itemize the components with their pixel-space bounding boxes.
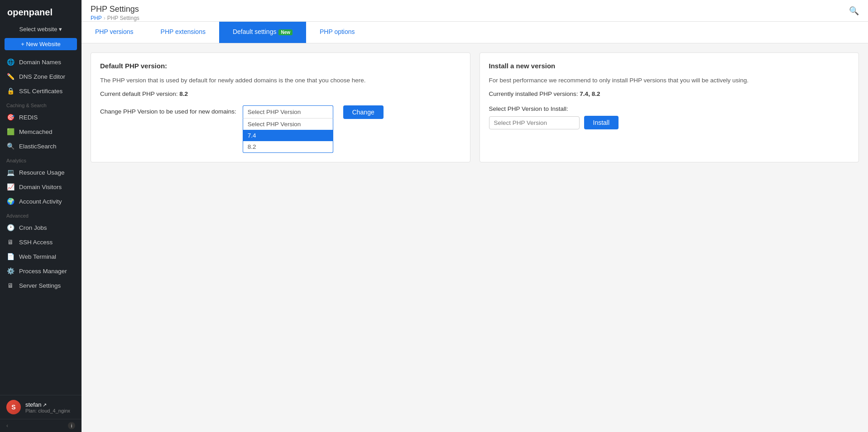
sidebar-item-label: SSH Access xyxy=(19,239,53,246)
collapse-arrow-icon: ‹ xyxy=(6,423,8,429)
edit-icon: ✏️ xyxy=(6,73,14,80)
main-content: PHP Settings PHP › PHP Settings 🔍 PHP ve… xyxy=(82,0,868,432)
sidebar-item-web-terminal[interactable]: 📄 Web Terminal xyxy=(0,249,82,264)
sidebar-collapse-bar[interactable]: ‹ i xyxy=(0,419,82,432)
tab-php-options[interactable]: PHP options xyxy=(306,22,369,43)
lock-icon: 🔒 xyxy=(6,87,14,95)
sidebar-item-label: Resource Usage xyxy=(19,169,65,176)
sidebar-item-label: Domain Names xyxy=(19,59,61,66)
page-title: PHP Settings xyxy=(91,5,139,14)
avatar: S xyxy=(6,400,21,414)
php-version-dropdown: Select PHP Version 7.4 8.2 xyxy=(243,118,333,153)
globe-icon: 🌐 xyxy=(6,58,14,66)
sidebar-item-label: Cron Jobs xyxy=(19,224,47,231)
default-php-title: Default PHP version: xyxy=(100,62,461,70)
topbar-search-area: 🔍 xyxy=(849,6,859,21)
sidebar-item-label: Server Settings xyxy=(19,282,61,289)
memcached-icon: 🟩 xyxy=(6,128,14,135)
sidebar-item-label: Memcached xyxy=(19,128,53,135)
sidebar-item-account-activity[interactable]: 🌍 Account Activity xyxy=(0,194,82,209)
content-area: Default PHP version: The PHP version tha… xyxy=(82,43,868,432)
topbar-left: PHP Settings PHP › PHP Settings xyxy=(91,5,139,21)
php-version-select-box[interactable]: Select PHP Version xyxy=(243,105,333,118)
search-icon[interactable]: 🔍 xyxy=(849,6,859,15)
select-website-dropdown[interactable]: Select website ▾ xyxy=(0,23,82,35)
sidebar-item-redis[interactable]: 🎯 REDIS xyxy=(0,110,82,124)
activity-icon: 🌍 xyxy=(6,198,14,205)
sidebar-item-label: Web Terminal xyxy=(19,253,56,260)
sidebar-footer: S stefan ↗ Plan: cloud_4_nginx xyxy=(0,395,82,419)
section-label-caching: Caching & Search xyxy=(0,98,82,110)
new-website-button[interactable]: + New Website xyxy=(5,38,77,50)
visitors-icon: 📈 xyxy=(6,183,14,190)
sidebar-item-label: SSL Certificates xyxy=(19,88,62,95)
select-option-placeholder[interactable]: Select PHP Version xyxy=(243,119,333,130)
sidebar-item-label: Account Activity xyxy=(19,198,62,205)
resource-icon: 💻 xyxy=(6,169,14,176)
new-badge: New xyxy=(278,29,293,35)
select-option-74[interactable]: 7.4 xyxy=(243,130,333,141)
sidebar-item-label: REDIS xyxy=(19,114,38,121)
process-icon: ⚙️ xyxy=(6,267,14,275)
sidebar-item-label: Process Manager xyxy=(19,268,67,275)
sidebar-item-resource-usage[interactable]: 💻 Resource Usage xyxy=(0,165,82,180)
terminal-icon: 📄 xyxy=(6,253,14,260)
footer-plan: Plan: cloud_4_nginx xyxy=(25,408,75,413)
change-controls: Select PHP Version Select PHP Version 7.… xyxy=(243,105,384,153)
sidebar-item-process-manager[interactable]: ⚙️ Process Manager xyxy=(0,264,82,278)
install-button[interactable]: Install xyxy=(584,116,619,129)
select-website-label: Select website xyxy=(19,26,58,33)
change-version-area: Change PHP Version to be used for new do… xyxy=(100,105,461,153)
sidebar-item-elasticsearch[interactable]: 🔍 ElasticSearch xyxy=(0,139,82,153)
installed-versions-row: Currently installed PHP versions: 7.4, 8… xyxy=(489,90,850,97)
ssh-icon: 🖥 xyxy=(6,238,14,246)
current-version-label: Current default PHP version: xyxy=(100,90,178,97)
change-button[interactable]: Change xyxy=(343,105,384,119)
install-row: Install xyxy=(489,116,850,129)
breadcrumb-php-link[interactable]: PHP xyxy=(91,15,102,21)
footer-username: stefan ↗ xyxy=(25,401,75,408)
default-php-panel: Default PHP version: The PHP version tha… xyxy=(91,52,470,162)
select-option-82[interactable]: 8.2 xyxy=(243,141,333,152)
footer-info: stefan ↗ Plan: cloud_4_nginx xyxy=(25,401,75,413)
install-php-description: For best performance we recommend to onl… xyxy=(489,76,850,85)
sidebar-item-domain-visitors[interactable]: 📈 Domain Visitors xyxy=(0,180,82,194)
change-version-label: Change PHP Version to be used for new do… xyxy=(100,105,236,115)
tab-default-settings[interactable]: Default settingsNew xyxy=(219,22,306,43)
sidebar-item-cron-jobs[interactable]: 🕐 Cron Jobs xyxy=(0,220,82,235)
install-select-label: Select PHP Version to Install: xyxy=(489,105,850,112)
sidebar-item-domain-names[interactable]: 🌐 Domain Names xyxy=(0,55,82,69)
install-php-version-input[interactable] xyxy=(489,116,580,129)
sidebar-item-ssl-certificates[interactable]: 🔒 SSL Certificates xyxy=(0,84,82,98)
sidebar-logo: openpanel xyxy=(0,0,82,23)
sidebar: openpanel Select website ▾ + New Website… xyxy=(0,0,82,432)
topbar: PHP Settings PHP › PHP Settings 🔍 xyxy=(82,0,868,22)
sidebar-item-label: Domain Visitors xyxy=(19,184,62,190)
redis-icon: 🎯 xyxy=(6,114,14,121)
install-php-panel: Install a new version For best performan… xyxy=(480,52,859,162)
content-panels: Default PHP version: The PHP version tha… xyxy=(82,43,868,171)
elasticsearch-icon: 🔍 xyxy=(6,142,14,150)
chevron-down-icon: ▾ xyxy=(59,26,62,33)
tab-php-extensions[interactable]: PHP extensions xyxy=(147,22,219,43)
tab-php-versions[interactable]: PHP versions xyxy=(82,22,147,43)
default-php-description: The PHP version that is used by default … xyxy=(100,76,461,85)
current-version-value: 8.2 xyxy=(179,90,188,97)
sidebar-item-memcached[interactable]: 🟩 Memcached xyxy=(0,124,82,139)
server-icon: 🖥 xyxy=(6,282,14,289)
info-icon: i xyxy=(68,422,75,429)
install-php-title: Install a new version xyxy=(489,62,850,70)
cron-icon: 🕐 xyxy=(6,224,14,231)
section-label-analytics: Analytics xyxy=(0,153,82,165)
sidebar-item-dns-zone-editor[interactable]: ✏️ DNS Zone Editor xyxy=(0,69,82,84)
breadcrumb-separator: › xyxy=(104,15,106,21)
installed-versions-value: 7.4, 8.2 xyxy=(580,90,600,97)
sidebar-item-server-settings[interactable]: 🖥 Server Settings xyxy=(0,278,82,293)
installed-versions-label: Currently installed PHP versions: xyxy=(489,90,578,97)
sidebar-item-ssh-access[interactable]: 🖥 SSH Access xyxy=(0,235,82,249)
external-link-icon: ↗ xyxy=(41,402,47,408)
current-php-version-row: Current default PHP version: 8.2 xyxy=(100,90,461,97)
breadcrumb-current: PHP Settings xyxy=(107,15,139,21)
tabs-bar: PHP versions PHP extensions Default sett… xyxy=(82,22,868,43)
php-version-select-container: Select PHP Version Select PHP Version 7.… xyxy=(243,105,333,153)
